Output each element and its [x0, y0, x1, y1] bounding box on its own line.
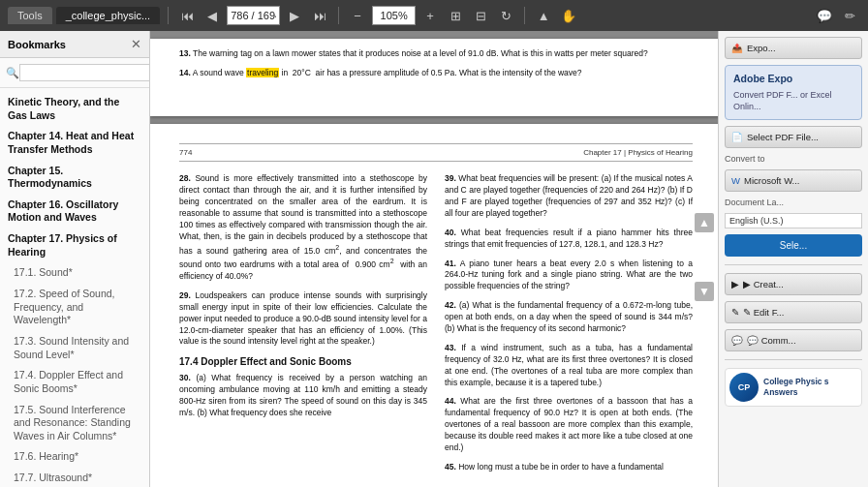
- q44-num: 44.: [445, 396, 456, 406]
- lang-value: English (U.S.): [725, 213, 862, 228]
- scroll-down-btn[interactable]: ▼: [695, 282, 714, 301]
- q41-num: 41.: [445, 259, 456, 268]
- comment-panel-label: 💬 Comm...: [747, 335, 796, 346]
- sidebar-item-ch16[interactable]: Chapter 16. Oscillatory Motion and Waves: [0, 195, 149, 228]
- pan-tool-btn[interactable]: ✋: [558, 5, 579, 26]
- page-input[interactable]: [227, 6, 280, 25]
- q39-num: 39.: [445, 173, 456, 183]
- pdf-header: 774 Chapter 17 | Physics of Hearing: [179, 143, 693, 162]
- pdf-q40: 40. What beat frequencies result if a pi…: [445, 228, 693, 251]
- select-btn[interactable]: Sele...: [725, 234, 862, 257]
- nav-last-btn[interactable]: ⏭: [309, 5, 330, 26]
- zoom-in-btn[interactable]: +: [419, 5, 441, 26]
- pdf-columns: 28. Sound is more effectively transmitte…: [179, 173, 693, 481]
- export-btn[interactable]: 📤 Expo...: [725, 37, 862, 59]
- comment-panel-btn[interactable]: 💬 💬 Comm...: [725, 329, 862, 351]
- markup-btn[interactable]: ✏: [839, 5, 860, 26]
- sidebar: Bookmarks ✕ 🔍 Kinetic Theory, and the Ga…: [0, 31, 150, 487]
- q45-num: 45.: [445, 462, 456, 472]
- pdf-col-left: 28. Sound is more effectively transmitte…: [179, 173, 427, 481]
- pdf-q41: 41. A piano tuner hears a beat every 2.0…: [445, 259, 693, 293]
- fit-width-btn[interactable]: ⊟: [470, 5, 491, 26]
- edit-file-btn[interactable]: ✎ ✎ Edit F...: [725, 301, 862, 323]
- pdf-page-top: 13. The warning tag on a lawn mower stat…: [150, 39, 718, 116]
- rotate-btn[interactable]: ↻: [495, 5, 516, 26]
- rp-divider-1: [725, 264, 862, 265]
- q30-num: 30.: [179, 373, 191, 382]
- q28-num: 28.: [179, 173, 191, 183]
- pdf-q39: 39. What beat frequencies will be presen…: [445, 173, 693, 220]
- create-icon: ▶: [731, 279, 739, 289]
- nav-first-btn[interactable]: ⏮: [176, 5, 198, 26]
- sidebar-item-ch14[interactable]: Chapter 14. Heat and Heat Transfer Metho…: [0, 126, 149, 160]
- sidebar-header: Bookmarks ✕: [0, 31, 149, 58]
- nav-next-btn[interactable]: ▶: [284, 5, 305, 26]
- logo-initials: CP: [738, 382, 751, 392]
- sidebar-item-s174[interactable]: 17.4. Doppler Effect and Sonic Booms*: [0, 365, 149, 399]
- pdf-page-main: 774 Chapter 17 | Physics of Hearing 28. …: [150, 124, 718, 487]
- adobe-section-title: Adobe Expo: [733, 72, 853, 86]
- create-btn[interactable]: ▶ ▶ Creat...: [725, 273, 862, 295]
- toolbar-sep-2: [338, 7, 339, 24]
- q43-num: 43.: [445, 343, 456, 352]
- document-lang-label: Document La...: [725, 198, 862, 207]
- sidebar-item-s177[interactable]: 17.7. Ultrasound*: [0, 468, 149, 487]
- pdf-q30: 30. (a) What frequency is received by a …: [179, 373, 427, 419]
- q29-num: 29.: [179, 290, 191, 300]
- pdf-area[interactable]: 13. The warning tag on a lawn mower stat…: [150, 31, 718, 487]
- pdf-section-doppler: 17.4 Doppler Effect and Sonic Booms: [179, 355, 427, 369]
- select-pdf-btn[interactable]: 📄 Select PDF File...: [725, 126, 862, 148]
- toolbar-sep-3: [524, 7, 525, 24]
- sidebar-item-s173[interactable]: 17.3. Sound Intensity and Sound Level*: [0, 331, 149, 365]
- select-tool-btn[interactable]: ▲: [533, 5, 554, 26]
- pdf-page-num-left: 774: [179, 147, 192, 158]
- microsoft-word-btn[interactable]: W Microsoft W...: [725, 169, 862, 192]
- sidebar-search-area: 🔍: [0, 58, 149, 88]
- comment-btn[interactable]: 💬: [814, 5, 835, 26]
- college-physics-logo[interactable]: CP College Physic s Answers: [725, 368, 862, 407]
- nav-prev-btn[interactable]: ◀: [202, 5, 223, 26]
- pdf-q45: 45. How long must a tube be in order to …: [445, 462, 693, 473]
- q13-num: 13.: [179, 48, 191, 58]
- pdf-q28: 28. Sound is more effectively transmitte…: [179, 173, 427, 283]
- sidebar-content: Kinetic Theory, and the Gas Laws Chapter…: [0, 88, 149, 487]
- zoom-out-btn[interactable]: −: [347, 5, 368, 26]
- adobe-section-sub: Convert PDF F... or Excel Onlin...: [733, 89, 853, 113]
- sidebar-item-s171[interactable]: 17.1. Sound*: [0, 262, 149, 284]
- toolbar-sep-1: [168, 7, 169, 24]
- select-pdf-label: Select PDF File...: [747, 132, 819, 142]
- pdf-col-right: 39. What beat frequencies will be presen…: [445, 173, 693, 481]
- pdf-q44: 44. What are the first three overtones o…: [445, 396, 693, 453]
- export-label: Expo...: [747, 43, 776, 53]
- sidebar-item-s175[interactable]: 17.5. Sound Interference and Resonance: …: [0, 400, 149, 447]
- rp-divider-2: [725, 359, 862, 360]
- q14-num: 14.: [179, 68, 191, 77]
- sidebar-item-ch15[interactable]: Chapter 15. Thermodynamics: [0, 161, 149, 195]
- main-area: Bookmarks ✕ 🔍 Kinetic Theory, and the Ga…: [0, 31, 868, 487]
- zoom-input[interactable]: [372, 6, 416, 25]
- sidebar-item-kinetic[interactable]: Kinetic Theory, and the Gas Laws: [0, 92, 149, 126]
- q14-highlight: traveling: [246, 68, 279, 77]
- comment-panel-icon: 💬: [731, 335, 743, 346]
- tools-tab[interactable]: Tools: [8, 7, 52, 24]
- fit-page-btn[interactable]: ⊞: [445, 5, 466, 26]
- select-btn-label: Sele...: [780, 240, 807, 251]
- toolbar: Tools _college_physic... ⏮ ◀ ▶ ⏭ − + ⊞ ⊟…: [0, 0, 868, 31]
- sidebar-item-ch17[interactable]: Chapter 17. Physics of Hearing: [0, 228, 149, 262]
- pdf-q14: 14. A sound wave traveling in 20°C air h…: [179, 68, 693, 79]
- sidebar-close-btn[interactable]: ✕: [131, 37, 141, 51]
- sidebar-search-input[interactable]: [19, 64, 150, 81]
- sidebar-item-s172[interactable]: 17.2. Speed of Sound, Frequency, and Wav…: [0, 284, 149, 331]
- scroll-up-btn[interactable]: ▲: [695, 213, 714, 232]
- file-tab[interactable]: _college_physic...: [56, 7, 160, 24]
- word-icon: W: [731, 175, 740, 186]
- create-label: ▶ Creat...: [743, 279, 784, 289]
- edit-label: ✎ Edit F...: [743, 307, 784, 318]
- sidebar-search-icon[interactable]: 🔍: [6, 62, 19, 83]
- q42-num: 42.: [445, 300, 456, 310]
- sidebar-item-s176[interactable]: 17.6. Hearing*: [0, 446, 149, 468]
- edit-icon: ✎: [731, 307, 739, 318]
- microsoft-w-label: Microsoft W...: [744, 175, 800, 186]
- right-panel: 📤 Expo... Adobe Expo Convert PDF F... or…: [718, 31, 868, 487]
- pdf-page-chapter: Chapter 17 | Physics of Hearing: [583, 147, 693, 158]
